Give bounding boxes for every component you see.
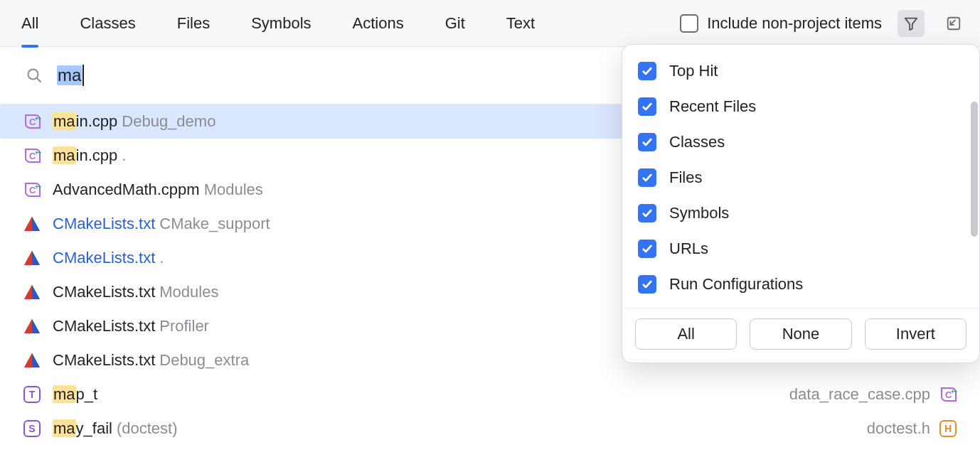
filter-option[interactable]: Classes <box>622 124 979 160</box>
filter-option[interactable]: Run Configurations <box>622 267 979 302</box>
filter-option[interactable]: Symbols <box>622 195 979 231</box>
result-context: Debug_extra <box>159 351 249 370</box>
svg-rect-1 <box>948 17 960 29</box>
h-icon: H <box>939 419 957 438</box>
cmake-icon <box>23 249 41 267</box>
tab-bar: All Classes Files Symbols Actions Git Te… <box>0 0 980 47</box>
result-name: CMakeLists.txt <box>53 351 155 370</box>
tab-label: Classes <box>80 14 135 33</box>
filter-option-label: URLs <box>669 240 708 258</box>
tab-label: All <box>21 14 38 33</box>
tab-label: Symbols <box>251 14 311 33</box>
tab-actions[interactable]: Actions <box>353 0 404 47</box>
filter-all-button[interactable]: All <box>635 318 737 350</box>
result-name: map_t <box>53 385 97 404</box>
match-highlight: ma <box>53 112 76 130</box>
filter-option-label: Recent Files <box>669 97 756 116</box>
button-label: None <box>782 325 820 343</box>
result-name: main.cpp <box>53 146 117 165</box>
result-context: Profiler <box>159 317 209 335</box>
tab-label: Git <box>445 14 465 33</box>
checkbox-checked-icon <box>638 275 656 294</box>
tab-symbols[interactable]: Symbols <box>251 0 311 47</box>
include-non-project-label: Include non-project items <box>707 14 882 33</box>
svg-text:+: + <box>38 149 41 156</box>
checkbox-checked-icon <box>638 62 656 80</box>
tab-all[interactable]: All <box>21 0 38 47</box>
cpp-icon: C++ <box>939 385 957 404</box>
typeT-icon: T <box>23 385 41 404</box>
result-row[interactable]: Tmap_tdata_race_case.cppC++ <box>0 377 980 412</box>
tab-classes[interactable]: Classes <box>80 0 135 47</box>
arrow-in-box-icon <box>946 16 962 31</box>
tab-label: Files <box>177 14 210 33</box>
typeS-icon: S <box>23 419 41 438</box>
match-highlight: ma <box>53 385 76 403</box>
svg-text:+: + <box>38 183 41 190</box>
checkbox-checked-icon <box>638 204 656 222</box>
filter-option[interactable]: URLs <box>622 231 979 267</box>
result-name: CMakeLists.txt <box>53 249 155 267</box>
tab-files[interactable]: Files <box>177 0 210 47</box>
svg-text:+: + <box>38 115 41 122</box>
tabs: All Classes Files Symbols Actions Git Te… <box>21 0 535 47</box>
result-name: AdvancedMath.cppm <box>53 181 200 199</box>
funnel-icon <box>903 16 919 31</box>
svg-marker-0 <box>905 18 917 29</box>
filter-option-label: Run Configurations <box>669 275 803 294</box>
match-highlight: ma <box>53 419 76 437</box>
search-icon <box>26 67 43 84</box>
button-label: All <box>677 325 694 343</box>
filter-none-button[interactable]: None <box>750 318 851 350</box>
cmake-icon <box>23 317 41 335</box>
checkbox-checked-icon <box>638 168 656 187</box>
result-context: (doctest) <box>117 419 178 438</box>
filter-option[interactable]: Files <box>622 160 979 195</box>
result-location: data_race_case.cpp <box>789 385 930 404</box>
cpp-icon: C++ <box>23 112 41 131</box>
svg-text:+: + <box>954 388 957 395</box>
cmake-icon <box>23 215 41 233</box>
text-caret <box>82 65 84 86</box>
cpp-icon: C++ <box>23 146 41 165</box>
svg-text:H: H <box>944 423 952 434</box>
result-context: Modules <box>159 283 218 301</box>
result-context: Modules <box>204 181 263 199</box>
result-context: CMake_support <box>159 215 270 233</box>
result-name: CMakeLists.txt <box>53 215 155 233</box>
result-name: CMakeLists.txt <box>53 317 155 335</box>
tab-label: Actions <box>353 14 404 33</box>
filter-button-bar: All None Invert <box>622 308 979 350</box>
open-in-tool-window-button[interactable] <box>940 10 967 37</box>
result-row[interactable]: Smay_fail (doctest)doctest.hH <box>0 412 980 446</box>
checkbox-checked-icon <box>638 133 656 151</box>
scrollbar[interactable] <box>971 102 978 237</box>
result-name: main.cpp <box>53 112 117 131</box>
search-input[interactable]: ma <box>57 65 84 86</box>
filter-option-label: Files <box>669 168 702 187</box>
tab-git[interactable]: Git <box>445 0 465 47</box>
filter-button[interactable] <box>898 10 925 37</box>
svg-text:T: T <box>29 389 36 400</box>
match-highlight: ma <box>53 146 76 164</box>
result-name: may_fail <box>53 419 112 438</box>
result-name: CMakeLists.txt <box>53 283 155 301</box>
result-location: doctest.h <box>867 419 930 438</box>
cmake-icon <box>23 283 41 301</box>
filter-option[interactable]: Recent Files <box>622 89 979 124</box>
filter-popup: Top HitRecent FilesClassesFilesSymbolsUR… <box>622 44 980 363</box>
filter-option-label: Top Hit <box>669 62 718 80</box>
svg-text:S: S <box>28 423 35 434</box>
search-query-selected: ma <box>57 65 82 85</box>
checkbox-checked-icon <box>638 97 656 116</box>
checkbox-checked-icon <box>638 240 656 258</box>
result-context: . <box>122 146 126 165</box>
filter-option-label: Classes <box>669 133 725 151</box>
tab-label: Text <box>506 14 535 33</box>
include-non-project-checkbox[interactable]: Include non-project items <box>680 14 882 33</box>
filter-option[interactable]: Top Hit <box>622 53 979 89</box>
filter-invert-button[interactable]: Invert <box>865 318 966 350</box>
tab-text[interactable]: Text <box>506 0 535 47</box>
filter-option-label: Symbols <box>669 204 729 222</box>
cpp-icon: C++ <box>23 181 41 199</box>
